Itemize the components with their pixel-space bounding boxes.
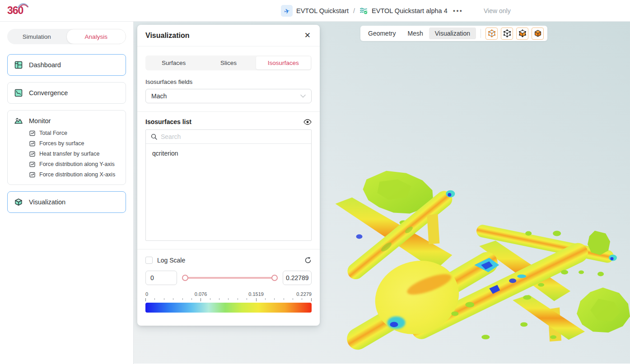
panel-tabs: Surfaces Slices Isosurfaces (145, 55, 312, 70)
breadcrumb-separator: / (352, 7, 356, 14)
tab-visualization[interactable]: Visualization (429, 28, 476, 39)
shaded-wireframe-cube-icon (518, 29, 527, 38)
chart-icon (29, 172, 35, 178)
tick-label: 0.1519 (248, 291, 264, 297)
convergence-icon (14, 88, 23, 97)
sidebar-item-label: Convergence (29, 89, 68, 97)
sidebar-item-label: Visualization (29, 198, 65, 206)
colorbar-tick-labels: 0 0.076 0.1519 0.2279 (145, 291, 312, 297)
app-logo[interactable]: 360 (7, 5, 23, 17)
sidebar-item-convergence[interactable]: Convergence (7, 82, 126, 104)
shaded-wireframe-view-button[interactable] (516, 28, 528, 40)
search-input[interactable] (161, 133, 306, 140)
solid-view-button[interactable] (532, 28, 544, 40)
view-mode-buttons (485, 28, 544, 40)
eye-icon (303, 119, 312, 125)
colorbar-gradient (145, 303, 312, 313)
viewport-toolbar: Geometry Mesh Visualization (360, 26, 547, 41)
search-icon (151, 134, 157, 140)
monitor-subitem-force-dist-y[interactable]: Force distribution along Y-axis (29, 161, 119, 167)
tick-label: 0 (145, 291, 148, 297)
sidebar-item-label: Monitor (29, 117, 51, 124)
log-scale-checkbox[interactable] (145, 257, 153, 264)
tick-label: 0.2279 (296, 291, 312, 297)
breadcrumb-case[interactable]: EVTOL Quickstart alpha 4 (372, 7, 448, 14)
close-icon[interactable]: ✕ (303, 31, 312, 40)
logo-swoosh-icon (17, 2, 29, 9)
chart-icon (29, 161, 35, 167)
select-value: Mach (151, 92, 167, 100)
monitor-subitem-label: Force distribution along X-axis (39, 171, 115, 178)
wireframe-cube-icon (487, 29, 496, 38)
chart-icon (29, 151, 35, 157)
monitor-subitem-label: Heat transfer by surface (39, 151, 99, 157)
slider-handle-max[interactable] (271, 275, 278, 281)
monitor-icon (14, 116, 23, 125)
visualization-cube-icon (14, 198, 23, 207)
view-only-badge: View only (484, 7, 511, 14)
panel-title: Visualization (145, 32, 190, 40)
range-max-input[interactable] (283, 271, 312, 285)
isosurfaces-list-label: Isosurfaces list (145, 118, 191, 125)
monitor-subitem-forces-by-surface[interactable]: Forces by surface (29, 140, 119, 147)
monitor-subitems: Total Force Forces by surface Heat trans… (29, 130, 119, 178)
refresh-icon (304, 257, 312, 264)
chevron-down-icon (300, 94, 306, 98)
viewport-canvas[interactable]: Geometry Mesh Visualization (134, 22, 630, 364)
points-cube-icon (503, 29, 512, 38)
left-sidebar: Simulation Analysis Dashboard Convergenc… (0, 22, 134, 364)
slider-handle-min[interactable] (182, 275, 188, 281)
tab-mesh[interactable]: Mesh (401, 28, 429, 39)
tab-surfaces[interactable]: Surfaces (146, 56, 201, 69)
monitor-subitem-label: Total Force (39, 130, 67, 136)
monitor-subitem-total-force[interactable]: Total Force (29, 130, 119, 136)
breadcrumb: ✈ EVTOL Quickstart / EVTOL Quickstart al… (281, 0, 511, 22)
tab-geometry[interactable]: Geometry (362, 28, 401, 39)
top-bar: 360 ✈ EVTOL Quickstart / EVTOL Quickstar… (0, 0, 630, 22)
sidebar-item-visualization[interactable]: Visualization (7, 191, 126, 213)
monitor-subitem-force-dist-x[interactable]: Force distribution along X-axis (29, 171, 119, 178)
sidebar-item-dashboard[interactable]: Dashboard (7, 54, 126, 76)
toolbar-divider (481, 29, 481, 38)
chart-icon (29, 130, 35, 136)
visualization-panel: Visualization ✕ Surfaces Slices Isosurfa… (137, 25, 320, 326)
range-min-input[interactable] (145, 271, 177, 285)
isosurfaces-field-select[interactable]: Mach (145, 89, 312, 103)
range-controls (145, 271, 312, 285)
search-row (146, 130, 311, 144)
tab-analysis[interactable]: Analysis (66, 29, 126, 44)
sidebar-item-monitor[interactable]: Monitor Total Force Forces by surface (7, 110, 126, 185)
isosurfaces-listbox: qcriterion (145, 129, 312, 241)
monitor-subitem-label: Forces by surface (39, 140, 84, 147)
range-slider[interactable] (182, 275, 277, 281)
monitor-subitem-label: Force distribution along Y-axis (39, 161, 115, 167)
list-item-qcriterion[interactable]: qcriterion (146, 144, 311, 163)
colorbar: 0 0.076 0.1519 0.2279 (145, 291, 312, 313)
dashboard-icon (14, 60, 23, 69)
more-menu-icon[interactable]: ●●● (451, 8, 465, 14)
points-view-button[interactable] (501, 28, 513, 40)
tick-label: 0.076 (195, 291, 207, 297)
tab-slices[interactable]: Slices (201, 56, 256, 69)
tab-simulation[interactable]: Simulation (7, 29, 66, 44)
reset-range-button[interactable] (304, 257, 312, 264)
isosurfaces-list: qcriterion (146, 144, 311, 240)
sidebar-item-label: Dashboard (29, 61, 61, 69)
monitor-subitem-heat-transfer[interactable]: Heat transfer by surface (29, 151, 119, 157)
isosurfaces-fields-label: Isosurfaces fields (145, 78, 312, 85)
log-scale-label: Log Scale (157, 257, 185, 264)
panel-header: Visualization ✕ (137, 25, 320, 46)
case-waves-icon (359, 7, 368, 15)
slider-track (185, 277, 275, 279)
wireframe-view-button[interactable] (485, 28, 498, 40)
section-divider (137, 249, 320, 249)
toggle-visibility-button[interactable] (303, 119, 312, 125)
chart-icon (29, 141, 35, 147)
section-divider (137, 111, 320, 112)
project-plane-icon: ✈ (281, 5, 293, 17)
mode-switcher: Simulation Analysis (7, 29, 126, 44)
solid-cube-icon (533, 29, 542, 38)
breadcrumb-project[interactable]: EVTOL Quickstart (296, 7, 349, 14)
tab-isosurfaces[interactable]: Isosurfaces (256, 56, 311, 69)
colorbar-ticks (145, 298, 312, 302)
